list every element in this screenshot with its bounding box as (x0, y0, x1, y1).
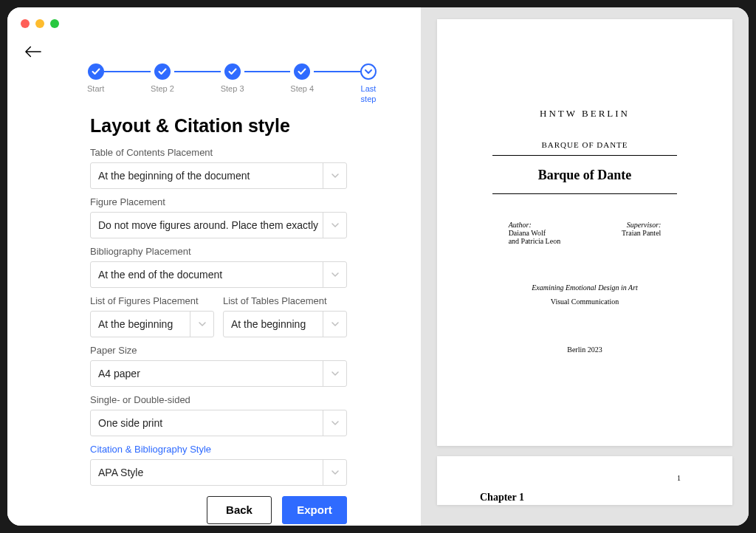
authors: Daiana Wolf and Patricia Leon (509, 229, 561, 245)
citation-style-select[interactable]: APA Style (90, 459, 347, 486)
close-window-button[interactable] (21, 19, 30, 28)
check-icon (298, 68, 306, 75)
check-icon (228, 68, 237, 75)
window-controls (7, 7, 421, 34)
field-lot-placement: List of Tables Placement At the beginnin… (223, 295, 347, 337)
step-circle-done (294, 63, 310, 80)
preview-page-2: 1 Chapter 1 (437, 456, 732, 505)
page-title: Layout & Citation style (90, 115, 347, 137)
program: Visual Communication (472, 298, 697, 306)
field-figure-placement: Figure Placement Do not move figures aro… (90, 196, 347, 238)
step-connector (174, 71, 221, 72)
chevron-down-icon (323, 312, 346, 337)
step-start: Start (87, 63, 104, 94)
step-circle-done (154, 63, 171, 80)
chevron-down-icon (364, 68, 373, 75)
button-row: Back Export (90, 496, 347, 524)
app-window: Start Step 2 Step 3 Step 4 (7, 7, 749, 526)
select-value: At the beginning (231, 318, 306, 330)
preview-page-1: HNTW BERLIN BARQUE OF DANTE Barque of Da… (437, 19, 732, 446)
chapter-heading: Chapter 1 (480, 492, 690, 503)
chevron-down-icon (323, 262, 346, 287)
field-toc-placement: Table of Contents Placement At the begin… (90, 147, 347, 189)
form-pane: Start Step 2 Step 3 Step 4 (7, 7, 421, 526)
author-block: Author: Daiana Wolf and Patricia Leon (509, 221, 561, 245)
step-2: Step 2 (151, 63, 174, 94)
arrow-left-icon (25, 46, 41, 58)
lot-placement-select[interactable]: At the beginning (223, 311, 347, 337)
select-value: APA Style (98, 467, 143, 478)
supervisor-block: Supervisor: Traian Pantel (622, 221, 661, 245)
check-icon (92, 68, 100, 75)
step-connector (104, 71, 151, 72)
two-column-row: List of Figures Placement At the beginni… (90, 295, 347, 345)
select-value: Do not move figures around. Place them e… (98, 219, 318, 231)
paper-size-select[interactable]: A4 paper (90, 360, 347, 387)
zoom-window-button[interactable] (50, 19, 59, 28)
step-circle-done (224, 63, 241, 80)
chevron-down-icon (323, 410, 346, 436)
toc-placement-select[interactable]: At the beginning of the document (90, 162, 347, 189)
author-label: Author: (509, 221, 561, 229)
form-content: Layout & Citation style Table of Content… (7, 105, 421, 524)
field-label: List of Tables Placement (223, 295, 347, 306)
preview-pane: HNTW BERLIN BARQUE OF DANTE Barque of Da… (421, 7, 749, 526)
bibliography-placement-select[interactable]: At the end of the document (90, 261, 347, 288)
export-button[interactable]: Export (282, 496, 347, 524)
progress-stepper: Start Step 2 Step 3 Step 4 (87, 63, 377, 105)
step-label: Step 2 (151, 84, 174, 94)
field-label: Single- or Double-sided (90, 394, 347, 405)
supervisor: Traian Pantel (622, 229, 661, 237)
back-button[interactable]: Back (207, 496, 272, 524)
step-4: Step 4 (290, 63, 314, 94)
sided-select[interactable]: One side print (90, 410, 347, 436)
field-label-link[interactable]: Citation & Bibliography Style (90, 444, 347, 455)
step-label: Step 3 (221, 84, 244, 94)
step-last: Last step (360, 63, 377, 105)
select-value: A4 paper (98, 368, 140, 379)
step-connector (244, 71, 291, 72)
chevron-down-icon (190, 312, 213, 337)
select-value: At the end of the document (98, 269, 222, 281)
page-number: 1 (677, 474, 681, 482)
field-label: Table of Contents Placement (90, 147, 347, 158)
meta-row: Author: Daiana Wolf and Patricia Leon Su… (509, 221, 662, 245)
select-value: At the beginning (98, 318, 173, 330)
step-circle-current (360, 63, 377, 80)
divider (492, 193, 676, 194)
subinstitution: BARQUE OF DANTE (472, 140, 697, 149)
step-label: Last step (361, 84, 377, 105)
institution: HNTW BERLIN (472, 108, 697, 120)
back-arrow-button[interactable] (25, 44, 46, 59)
field-label: Paper Size (90, 345, 347, 356)
field-bibliography-placement: Bibliography Placement At the end of the… (90, 246, 347, 288)
city-year: Berlin 2023 (472, 345, 697, 354)
chevron-down-icon (323, 163, 346, 188)
document-title: Barque of Dante (472, 168, 697, 183)
divider (492, 155, 676, 156)
field-label: Figure Placement (90, 196, 347, 207)
check-icon (158, 68, 167, 75)
field-sided: Single- or Double-sided One side print (90, 394, 347, 436)
chevron-down-icon (323, 460, 346, 485)
chevron-down-icon (323, 361, 346, 386)
chevron-down-icon (323, 213, 346, 238)
select-value: At the beginning of the document (98, 170, 250, 182)
subtitle: Examining Emotional Design in Art (472, 283, 697, 292)
supervisor-label: Supervisor: (622, 221, 661, 229)
step-3: Step 3 (221, 63, 244, 94)
field-paper-size: Paper Size A4 paper (90, 345, 347, 387)
field-lof-placement: List of Figures Placement At the beginni… (90, 295, 214, 337)
step-label: Step 4 (290, 84, 314, 94)
step-circle-done (88, 63, 104, 80)
step-connector (314, 71, 360, 72)
field-label: List of Figures Placement (90, 295, 214, 306)
figure-placement-select[interactable]: Do not move figures around. Place them e… (90, 212, 347, 238)
lof-placement-select[interactable]: At the beginning (90, 311, 214, 337)
select-value: One side print (98, 417, 162, 429)
minimize-window-button[interactable] (35, 19, 44, 28)
field-citation-style: Citation & Bibliography Style APA Style (90, 444, 347, 486)
step-label: Start (87, 84, 104, 94)
field-label: Bibliography Placement (90, 246, 347, 257)
